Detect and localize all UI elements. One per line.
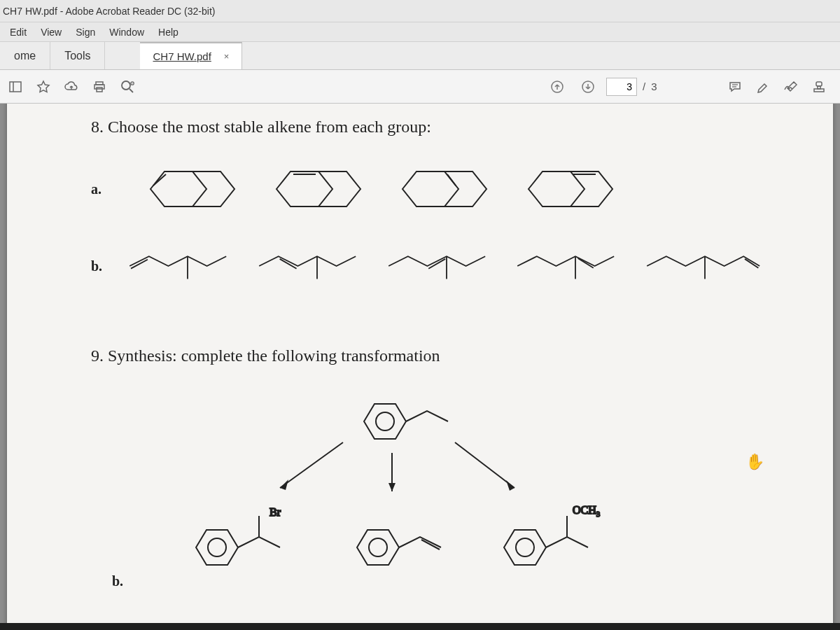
svg-line-32 <box>280 442 343 488</box>
svg-point-5 <box>122 81 130 90</box>
page-separator: / <box>643 80 645 92</box>
page-number-input[interactable] <box>606 78 637 96</box>
svg-point-8 <box>132 83 132 83</box>
signature-icon[interactable] <box>778 74 804 99</box>
annotation-tools <box>722 74 832 99</box>
svg-point-31 <box>376 412 394 430</box>
q8b-structure-4 <box>511 234 634 298</box>
pdf-page: 8. Choose the most stable alkene from ea… <box>7 104 833 630</box>
q8-label-a: a. <box>91 181 102 197</box>
svg-line-18 <box>447 174 456 186</box>
q9-section: 9. Synthesis: complete the following tra… <box>91 346 763 589</box>
star-icon[interactable] <box>31 74 56 99</box>
q8-text: Choose the most stable alkene from each … <box>104 118 431 136</box>
close-icon[interactable]: × <box>224 51 230 62</box>
menu-view[interactable]: View <box>34 27 69 38</box>
menu-help[interactable]: Help <box>151 27 186 38</box>
menu-edit[interactable]: Edit <box>3 27 34 38</box>
svg-point-45 <box>516 538 534 556</box>
svg-marker-35 <box>388 483 396 491</box>
document-viewer[interactable]: 8. Choose the most stable alkene from ea… <box>0 104 840 630</box>
page-total: 3 <box>651 80 657 92</box>
q8b-structure-3 <box>382 234 505 298</box>
svg-rect-3 <box>94 85 104 89</box>
q9-heading: 9. Synthesis: complete the following tra… <box>91 346 763 365</box>
svg-text:OCH3: OCH3 <box>573 504 601 518</box>
svg-marker-41 <box>357 530 399 565</box>
svg-marker-38 <box>196 530 238 565</box>
toolbar: / 3 <box>0 70 840 104</box>
tab-document-label: CH7 HW.pdf <box>153 50 211 62</box>
q9-label-b: b. <box>112 573 123 589</box>
os-taskbar[interactable] <box>0 623 840 630</box>
svg-line-36 <box>455 442 514 488</box>
svg-marker-37 <box>506 480 514 491</box>
svg-rect-0 <box>10 82 21 92</box>
sidebar-toggle-icon[interactable] <box>3 74 28 99</box>
menubar: Edit View Sign Window Help <box>0 22 840 42</box>
menu-sign[interactable]: Sign <box>69 27 102 38</box>
svg-rect-15 <box>814 89 824 92</box>
search-icon[interactable] <box>115 74 140 99</box>
svg-point-39 <box>208 538 226 556</box>
q9-label-och3: OCH <box>573 504 596 516</box>
app-window: CH7 HW.pdf - Adobe Acrobat Reader DC (32… <box>0 0 840 630</box>
q8-row-b: b. <box>91 234 763 298</box>
menu-window[interactable]: Window <box>102 27 151 38</box>
svg-line-6 <box>130 89 133 92</box>
svg-marker-33 <box>280 479 288 490</box>
q8-row-a: a. <box>91 158 763 220</box>
svg-line-26 <box>578 258 594 268</box>
tab-document[interactable]: CH7 HW.pdf × <box>140 42 242 69</box>
q8-number: 8. <box>91 118 104 136</box>
svg-marker-30 <box>364 404 406 439</box>
q9-number: 9. <box>91 346 104 365</box>
q9-label-och3-sub: 3 <box>596 510 601 518</box>
svg-line-16 <box>153 174 166 186</box>
q9-label-br: Br <box>270 506 281 518</box>
q8b-structure-2 <box>253 234 375 298</box>
q8-heading: 8. Choose the most stable alkene from ea… <box>91 118 763 136</box>
highlight-icon[interactable] <box>750 74 776 99</box>
q9-scheme-svg: Br <box>91 386 721 589</box>
tab-tools[interactable]: Tools <box>50 42 105 69</box>
q8b-structure-1 <box>123 234 246 298</box>
svg-point-42 <box>369 538 387 556</box>
page-down-icon[interactable] <box>575 74 601 99</box>
page-up-icon[interactable] <box>545 74 570 99</box>
window-title: CH7 HW.pdf - Adobe Acrobat Reader DC (32… <box>3 6 215 17</box>
svg-marker-44 <box>504 530 546 565</box>
stamp-icon[interactable] <box>806 74 832 99</box>
q8b-structure-5 <box>640 234 763 298</box>
titlebar: CH7 HW.pdf - Adobe Acrobat Reader DC (32… <box>0 0 840 22</box>
print-icon[interactable] <box>87 74 112 99</box>
cloud-upload-icon[interactable] <box>59 74 84 99</box>
q8-label-b: b. <box>91 258 102 274</box>
tab-row: ome Tools CH7 HW.pdf × <box>0 42 840 70</box>
q8a-structure-4 <box>507 158 626 220</box>
tab-home[interactable]: ome <box>0 42 50 69</box>
q9-reaction-scheme: Br <box>91 386 763 589</box>
svg-rect-4 <box>97 88 102 92</box>
page-navigator: / 3 <box>545 74 657 99</box>
comment-icon[interactable] <box>722 74 748 99</box>
q9-text: Synthesis: complete the following transf… <box>104 346 440 365</box>
q8a-structure-1 <box>130 158 248 220</box>
q8a-structure-2 <box>255 158 374 220</box>
q8a-structure-3 <box>382 158 500 220</box>
svg-rect-13 <box>816 82 822 86</box>
